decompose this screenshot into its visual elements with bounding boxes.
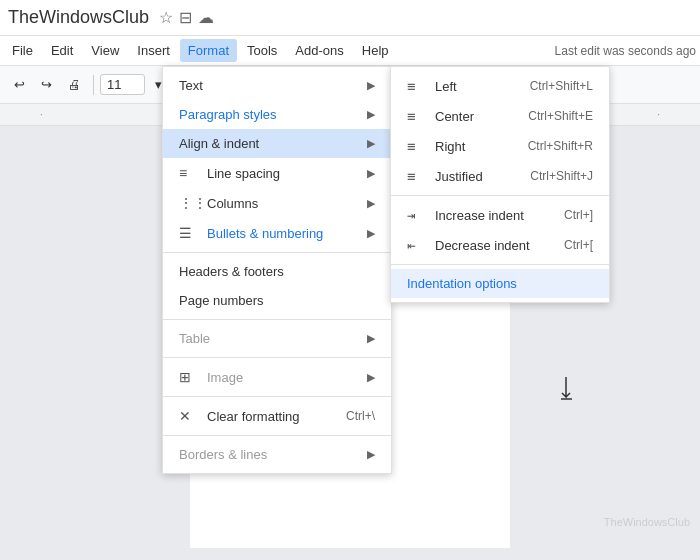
cloud-icon[interactable]: ☁	[198, 8, 214, 27]
decrease-indent-label: Decrease indent	[435, 238, 564, 253]
align-label: Align & indent	[179, 136, 367, 151]
format-paragraph-option[interactable]: Paragraph styles ▶	[163, 100, 391, 129]
align-center-shortcut: Ctrl+Shift+E	[528, 109, 593, 123]
align-justified-icon: ≡	[407, 168, 427, 184]
menu-file[interactable]: File	[4, 39, 41, 62]
increase-indent-icon: ⇥	[407, 207, 427, 223]
last-edit-text: Last edit was seconds ago	[555, 44, 696, 58]
align-justified-shortcut: Ctrl+Shift+J	[530, 169, 593, 183]
columns-icon: ⋮⋮	[179, 195, 199, 211]
top-bar: TheWindowsClub ☆ ⊟ ☁	[0, 0, 700, 36]
align-arrow-icon: ▶	[367, 137, 375, 150]
align-right-icon: ≡	[407, 138, 427, 154]
star-icon[interactable]: ☆	[159, 8, 173, 27]
menu-edit[interactable]: Edit	[43, 39, 81, 62]
paragraph-arrow-icon: ▶	[367, 108, 375, 121]
align-submenu: ≡ Left Ctrl+Shift+L ≡ Center Ctrl+Shift+…	[390, 66, 610, 303]
align-justified-option[interactable]: ≡ Justified Ctrl+Shift+J	[391, 161, 609, 191]
align-sep1	[391, 195, 609, 196]
print-button[interactable]: 🖨	[62, 73, 87, 96]
format-linespacing-option[interactable]: ≡ Line spacing ▶	[163, 158, 391, 188]
pagenumbers-label: Page numbers	[179, 293, 375, 308]
bullets-label: Bullets & numbering	[207, 226, 367, 241]
columns-label: Columns	[207, 196, 367, 211]
undo-button[interactable]: ↩	[8, 73, 31, 96]
text-arrow-icon: ▶	[367, 79, 375, 92]
separator5	[163, 435, 391, 436]
menu-help[interactable]: Help	[354, 39, 397, 62]
align-right-shortcut: Ctrl+Shift+R	[528, 139, 593, 153]
indentation-options-option[interactable]: Indentation options	[391, 269, 609, 298]
decrease-indent-shortcut: Ctrl+[	[564, 238, 593, 252]
linespacing-arrow-icon: ▶	[367, 167, 375, 180]
format-text-option[interactable]: Text ▶	[163, 71, 391, 100]
decrease-indent-option[interactable]: ⇤ Decrease indent Ctrl+[	[391, 230, 609, 260]
clearformat-shortcut: Ctrl+\	[346, 409, 375, 423]
format-columns-option[interactable]: ⋮⋮ Columns ▶	[163, 188, 391, 218]
align-left-label: Left	[435, 79, 530, 94]
menu-insert[interactable]: Insert	[129, 39, 178, 62]
separator3	[163, 357, 391, 358]
menu-tools[interactable]: Tools	[239, 39, 285, 62]
menu-view[interactable]: View	[83, 39, 127, 62]
format-text-label: Text	[179, 78, 367, 93]
separator1	[163, 252, 391, 253]
linespacing-label: Line spacing	[207, 166, 367, 181]
format-image-option[interactable]: ⊞ Image ▶	[163, 362, 391, 392]
format-table-option[interactable]: Table ▶	[163, 324, 391, 353]
format-menu: Text ▶ Paragraph styles ▶ Align & indent…	[162, 66, 392, 474]
separator	[93, 75, 94, 95]
increase-indent-option[interactable]: ⇥ Increase indent Ctrl+]	[391, 200, 609, 230]
menu-format[interactable]: Format	[180, 39, 237, 62]
app-title: TheWindowsClub	[8, 7, 149, 28]
align-sep2	[391, 264, 609, 265]
image-label: Image	[207, 370, 367, 385]
font-size[interactable]: 11	[100, 74, 145, 95]
clearformat-icon: ✕	[179, 408, 199, 424]
format-clearformatting-option[interactable]: ✕ Clear formatting Ctrl+\	[163, 401, 391, 431]
align-justified-label: Justified	[435, 169, 530, 184]
image-icon: ⊞	[179, 369, 199, 385]
format-borders-option[interactable]: Borders & lines ▶	[163, 440, 391, 469]
format-pagenumbers-option[interactable]: Page numbers	[163, 286, 391, 315]
table-label: Table	[179, 331, 367, 346]
menu-addons[interactable]: Add-ons	[287, 39, 351, 62]
indentation-options-label: Indentation options	[407, 276, 593, 291]
borders-label: Borders & lines	[179, 447, 367, 462]
bullets-icon: ☰	[179, 225, 199, 241]
align-center-label: Center	[435, 109, 528, 124]
align-center-icon: ≡	[407, 108, 427, 124]
paragraph-label: Paragraph styles	[179, 107, 367, 122]
table-arrow-icon: ▶	[367, 332, 375, 345]
linespacing-icon: ≡	[179, 165, 199, 181]
align-left-option[interactable]: ≡ Left Ctrl+Shift+L	[391, 71, 609, 101]
decrease-indent-icon: ⇤	[407, 237, 427, 253]
align-right-option[interactable]: ≡ Right Ctrl+Shift+R	[391, 131, 609, 161]
format-align-option[interactable]: Align & indent ▶	[163, 129, 391, 158]
align-right-label: Right	[435, 139, 528, 154]
bullets-arrow-icon: ▶	[367, 227, 375, 240]
borders-arrow-icon: ▶	[367, 448, 375, 461]
image-arrow-icon: ▶	[367, 371, 375, 384]
headers-label: Headers & footers	[179, 264, 375, 279]
increase-indent-label: Increase indent	[435, 208, 564, 223]
format-bullets-option[interactable]: ☰ Bullets & numbering ▶	[163, 218, 391, 248]
align-center-option[interactable]: ≡ Center Ctrl+Shift+E	[391, 101, 609, 131]
align-left-icon: ≡	[407, 78, 427, 94]
format-headers-option[interactable]: Headers & footers	[163, 257, 391, 286]
clearformat-label: Clear formatting	[207, 409, 346, 424]
separator4	[163, 396, 391, 397]
columns-arrow-icon: ▶	[367, 197, 375, 210]
redo-button[interactable]: ↪	[35, 73, 58, 96]
menu-bar: File Edit View Insert Format Tools Add-o…	[0, 36, 700, 66]
folder-icon[interactable]: ⊟	[179, 8, 192, 27]
separator2	[163, 319, 391, 320]
align-left-shortcut: Ctrl+Shift+L	[530, 79, 593, 93]
increase-indent-shortcut: Ctrl+]	[564, 208, 593, 222]
